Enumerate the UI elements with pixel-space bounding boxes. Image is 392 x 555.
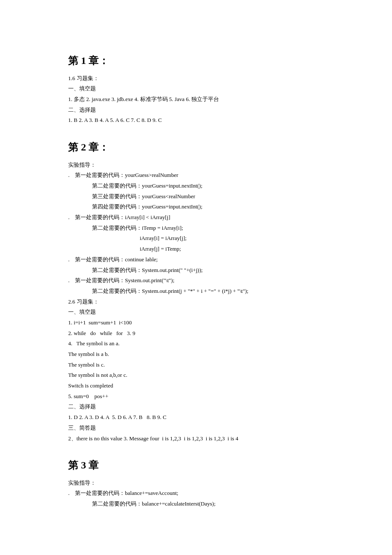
text-line: 二、选择题: [68, 105, 324, 116]
text-line: 三、简答题: [68, 423, 324, 434]
indent-line: 第三处需要的代码：yourGuess<realNumber: [68, 191, 324, 202]
text-line: 1.6 习题集：: [68, 73, 324, 84]
text-line: The symbol is a b.: [68, 349, 324, 360]
text-line: 二、选择题: [68, 402, 324, 412]
text-line: 1. B 2. A 3. B 4. A 5. A 6. C 7. C 8. D …: [68, 115, 324, 126]
text-line: 1. 多态 2. java.exe 3. jdb.exe 4. 标准字节码 5.…: [68, 94, 324, 105]
bullet-line: . 第一处需要的代码：yourGuess>realNumber: [68, 170, 324, 181]
deep-indent-line: iArray[i] = iArray[j];: [68, 233, 324, 244]
text-line: 一、填空题: [68, 307, 324, 318]
text-line: 实验指导：: [68, 478, 324, 489]
text-line: The symbol is not a,b,or c.: [68, 370, 324, 381]
bullet-line: . 第一处需要的代码：continue lable;: [68, 254, 324, 265]
text-line: 1. i=i+1 sum=sum+1 i<100: [68, 318, 324, 328]
chapter-2-heading: 第 2 章：: [68, 138, 324, 157]
chapter-3-heading: 第 3 章: [68, 456, 324, 475]
indent-line: 第二处需要的代码：System.out.print(" "+(i+j));: [68, 265, 324, 276]
text-line: 一、填空题: [68, 84, 324, 94]
bullet-line: . 第一处需要的代码：balance+=saveAccount;: [68, 488, 324, 499]
text-line: 2、there is no this value 3. Message four…: [68, 434, 324, 444]
deep-indent-line: iArray[j] = iTemp;: [68, 244, 324, 254]
text-line: Switch is completed: [68, 381, 324, 391]
indent-line: 第二处需要的代码：System.out.print(j + "*" + i + …: [68, 286, 324, 297]
text-line: 2.6 习题集：: [68, 297, 324, 307]
text-line: The symbol is c.: [68, 360, 324, 370]
chapter-1-heading: 第 1 章：: [68, 51, 324, 71]
indent-line: 第二处需要的代码：balance+=calculateInterst(Days)…: [68, 499, 324, 509]
bullet-line: . 第一处需要的代码：iArray[i] < iArray[j]: [68, 212, 324, 223]
indent-line: 第二处需要的代码：yourGuess=input.nextInt();: [68, 181, 324, 191]
text-line: 实验指导：: [68, 160, 324, 171]
text-line: 5. sum=0 pos++: [68, 391, 324, 402]
indent-line: 第四处需要的代码：yourGuess=input.nextInt();: [68, 202, 324, 212]
text-line: 1. D 2. A 3. D 4. A 5. D 6. A 7. B 8. B …: [68, 412, 324, 423]
bullet-line: . 第一处需要的代码：System.out.print("\t");: [68, 275, 324, 286]
indent-line: 第二处需要的代码：iTemp = iArray[i];: [68, 223, 324, 234]
text-line: 2. while do while for 3. 9: [68, 328, 324, 339]
text-line: 4. The symbol is an a.: [68, 338, 324, 349]
